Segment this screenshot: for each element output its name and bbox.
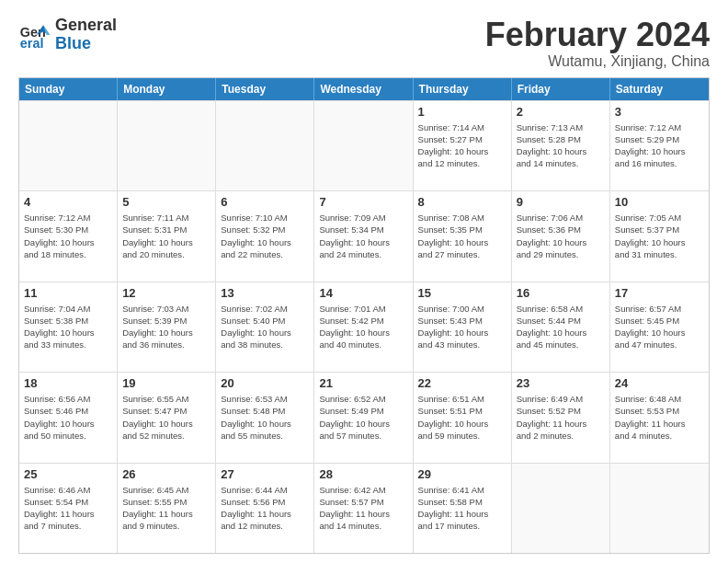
- calendar-header: SundayMondayTuesdayWednesdayThursdayFrid…: [19, 78, 709, 100]
- calendar-cell: 13Sunrise: 7:02 AM Sunset: 5:40 PM Dayli…: [216, 282, 314, 372]
- calendar-cell: 6Sunrise: 7:10 AM Sunset: 5:32 PM Daylig…: [216, 191, 314, 281]
- calendar-cell: 22Sunrise: 6:51 AM Sunset: 5:51 PM Dayli…: [414, 373, 512, 462]
- calendar-cell: [118, 101, 216, 190]
- calendar: SundayMondayTuesdayWednesdayThursdayFrid…: [18, 77, 710, 554]
- day-info: Sunrise: 7:14 AM Sunset: 5:27 PM Dayligh…: [418, 121, 506, 170]
- calendar-cell: 25Sunrise: 6:46 AM Sunset: 5:54 PM Dayli…: [19, 464, 118, 553]
- calendar-row-5: 25Sunrise: 6:46 AM Sunset: 5:54 PM Dayli…: [19, 463, 709, 553]
- calendar-cell: 28Sunrise: 6:42 AM Sunset: 5:57 PM Dayli…: [314, 464, 413, 553]
- day-number: 21: [319, 376, 407, 390]
- day-number: 18: [24, 376, 112, 390]
- day-number: 26: [122, 467, 210, 481]
- day-number: 5: [122, 195, 210, 209]
- calendar-cell: 11Sunrise: 7:04 AM Sunset: 5:38 PM Dayli…: [19, 282, 118, 372]
- logo: Gen eral General Blue: [18, 17, 117, 53]
- day-number: 9: [517, 195, 605, 209]
- day-number: 3: [615, 105, 704, 119]
- day-number: 15: [418, 286, 506, 300]
- day-number: 16: [517, 286, 605, 300]
- calendar-cell: 8Sunrise: 7:08 AM Sunset: 5:35 PM Daylig…: [414, 191, 512, 281]
- calendar-body: 1Sunrise: 7:14 AM Sunset: 5:27 PM Daylig…: [19, 100, 709, 553]
- calendar-cell: 2Sunrise: 7:13 AM Sunset: 5:28 PM Daylig…: [512, 101, 610, 190]
- calendar-cell: 19Sunrise: 6:55 AM Sunset: 5:47 PM Dayli…: [118, 373, 216, 462]
- day-info: Sunrise: 6:56 AM Sunset: 5:46 PM Dayligh…: [24, 393, 112, 442]
- day-number: 17: [615, 286, 704, 300]
- day-info: Sunrise: 6:42 AM Sunset: 5:57 PM Dayligh…: [319, 484, 407, 533]
- day-info: Sunrise: 7:04 AM Sunset: 5:38 PM Dayligh…: [24, 303, 112, 351]
- calendar-cell: 21Sunrise: 6:52 AM Sunset: 5:49 PM Dayli…: [314, 373, 413, 462]
- calendar-cell: 15Sunrise: 7:00 AM Sunset: 5:43 PM Dayli…: [414, 282, 512, 372]
- day-info: Sunrise: 6:58 AM Sunset: 5:44 PM Dayligh…: [517, 303, 605, 351]
- day-number: 2: [517, 105, 605, 119]
- calendar-cell: 10Sunrise: 7:05 AM Sunset: 5:37 PM Dayli…: [610, 191, 709, 281]
- day-info: Sunrise: 6:48 AM Sunset: 5:53 PM Dayligh…: [615, 393, 704, 442]
- day-info: Sunrise: 6:46 AM Sunset: 5:54 PM Dayligh…: [24, 484, 112, 533]
- calendar-cell: [610, 464, 709, 553]
- day-info: Sunrise: 6:55 AM Sunset: 5:47 PM Dayligh…: [122, 393, 210, 442]
- calendar-cell: 7Sunrise: 7:09 AM Sunset: 5:34 PM Daylig…: [314, 191, 413, 281]
- calendar-row-3: 11Sunrise: 7:04 AM Sunset: 5:38 PM Dayli…: [19, 282, 709, 372]
- day-info: Sunrise: 7:13 AM Sunset: 5:28 PM Dayligh…: [517, 121, 605, 170]
- day-number: 13: [221, 286, 309, 300]
- calendar-cell: 14Sunrise: 7:01 AM Sunset: 5:42 PM Dayli…: [314, 282, 413, 372]
- logo-text: General Blue: [55, 17, 117, 53]
- sub-title: Wutamu, Xinjiang, China: [485, 53, 710, 70]
- calendar-cell: [314, 101, 413, 190]
- day-number: 8: [418, 195, 506, 209]
- day-number: 20: [221, 376, 309, 390]
- calendar-cell: 4Sunrise: 7:12 AM Sunset: 5:30 PM Daylig…: [19, 191, 118, 281]
- day-number: 25: [24, 467, 112, 481]
- calendar-cell: 27Sunrise: 6:44 AM Sunset: 5:56 PM Dayli…: [216, 464, 314, 553]
- title-block: February 2024 Wutamu, Xinjiang, China: [485, 17, 710, 70]
- day-info: Sunrise: 7:03 AM Sunset: 5:39 PM Dayligh…: [122, 303, 210, 351]
- calendar-cell: 24Sunrise: 6:48 AM Sunset: 5:53 PM Dayli…: [610, 373, 709, 462]
- day-info: Sunrise: 6:49 AM Sunset: 5:52 PM Dayligh…: [517, 393, 605, 442]
- calendar-header-wednesday: Wednesday: [314, 78, 413, 100]
- day-info: Sunrise: 6:41 AM Sunset: 5:58 PM Dayligh…: [418, 484, 506, 533]
- day-info: Sunrise: 6:53 AM Sunset: 5:48 PM Dayligh…: [221, 393, 309, 442]
- calendar-header-monday: Monday: [118, 78, 216, 100]
- day-number: 12: [122, 286, 210, 300]
- day-info: Sunrise: 7:12 AM Sunset: 5:30 PM Dayligh…: [24, 212, 112, 260]
- day-number: 6: [221, 195, 309, 209]
- day-info: Sunrise: 7:00 AM Sunset: 5:43 PM Dayligh…: [418, 303, 506, 351]
- logo-icon: Gen eral: [18, 18, 51, 52]
- calendar-cell: 18Sunrise: 6:56 AM Sunset: 5:46 PM Dayli…: [19, 373, 118, 462]
- day-info: Sunrise: 7:06 AM Sunset: 5:36 PM Dayligh…: [517, 212, 605, 260]
- day-info: Sunrise: 6:57 AM Sunset: 5:45 PM Dayligh…: [615, 303, 704, 351]
- day-number: 1: [418, 105, 506, 119]
- calendar-cell: 26Sunrise: 6:45 AM Sunset: 5:55 PM Dayli…: [118, 464, 216, 553]
- calendar-row-4: 18Sunrise: 6:56 AM Sunset: 5:46 PM Dayli…: [19, 372, 709, 462]
- day-info: Sunrise: 6:51 AM Sunset: 5:51 PM Dayligh…: [418, 393, 506, 442]
- day-info: Sunrise: 7:12 AM Sunset: 5:29 PM Dayligh…: [615, 121, 704, 170]
- day-number: 23: [517, 376, 605, 390]
- calendar-cell: 5Sunrise: 7:11 AM Sunset: 5:31 PM Daylig…: [118, 191, 216, 281]
- day-info: Sunrise: 7:11 AM Sunset: 5:31 PM Dayligh…: [122, 212, 210, 260]
- day-info: Sunrise: 6:52 AM Sunset: 5:49 PM Dayligh…: [319, 393, 407, 442]
- day-number: 10: [615, 195, 704, 209]
- calendar-cell: 16Sunrise: 6:58 AM Sunset: 5:44 PM Dayli…: [512, 282, 610, 372]
- day-number: 28: [319, 467, 407, 481]
- calendar-cell: 20Sunrise: 6:53 AM Sunset: 5:48 PM Dayli…: [216, 373, 314, 462]
- calendar-cell: 1Sunrise: 7:14 AM Sunset: 5:27 PM Daylig…: [414, 101, 512, 190]
- calendar-row-2: 4Sunrise: 7:12 AM Sunset: 5:30 PM Daylig…: [19, 190, 709, 281]
- day-number: 14: [319, 286, 407, 300]
- day-info: Sunrise: 7:05 AM Sunset: 5:37 PM Dayligh…: [615, 212, 704, 260]
- day-info: Sunrise: 6:45 AM Sunset: 5:55 PM Dayligh…: [122, 484, 210, 533]
- calendar-page: Gen eral General Blue February 2024 Wuta…: [0, 0, 728, 563]
- day-number: 4: [24, 195, 112, 209]
- calendar-header-friday: Friday: [512, 78, 610, 100]
- day-info: Sunrise: 6:44 AM Sunset: 5:56 PM Dayligh…: [221, 484, 309, 533]
- calendar-header-tuesday: Tuesday: [216, 78, 314, 100]
- svg-text:eral: eral: [20, 36, 44, 51]
- day-info: Sunrise: 7:01 AM Sunset: 5:42 PM Dayligh…: [319, 303, 407, 351]
- calendar-cell: 3Sunrise: 7:12 AM Sunset: 5:29 PM Daylig…: [610, 101, 709, 190]
- day-number: 24: [615, 376, 704, 390]
- day-number: 29: [418, 467, 506, 481]
- calendar-cell: [512, 464, 610, 553]
- calendar-header-thursday: Thursday: [414, 78, 512, 100]
- calendar-cell: 12Sunrise: 7:03 AM Sunset: 5:39 PM Dayli…: [118, 282, 216, 372]
- calendar-cell: 17Sunrise: 6:57 AM Sunset: 5:45 PM Dayli…: [610, 282, 709, 372]
- calendar-cell: [19, 101, 118, 190]
- calendar-row-1: 1Sunrise: 7:14 AM Sunset: 5:27 PM Daylig…: [19, 100, 709, 190]
